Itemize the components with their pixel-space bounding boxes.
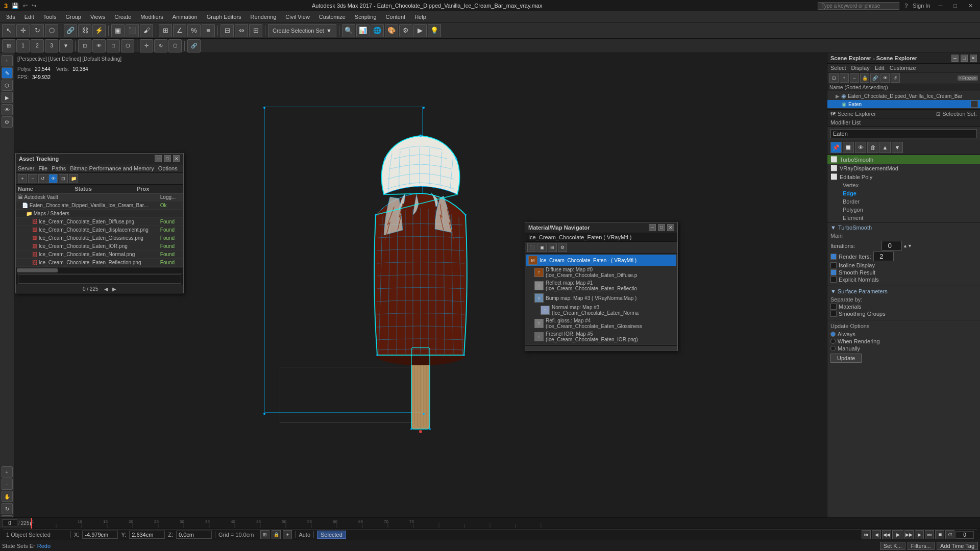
at-hscrollbar[interactable]: [16, 267, 183, 273]
hierarchy-tab[interactable]: ⬡: [2, 80, 13, 91]
view2-btn[interactable]: 2: [31, 39, 44, 53]
align-btn[interactable]: ⊟: [220, 24, 234, 37]
se-edit[interactable]: Edit: [875, 65, 885, 71]
select-by-name-btn[interactable]: 👁: [92, 39, 106, 53]
mod-move-down-btn[interactable]: ▼: [892, 142, 903, 153]
at-text-input[interactable]: [18, 274, 181, 284]
play-prev-frame-btn[interactable]: ◀◀: [882, 530, 891, 539]
mn-btn4[interactable]: ⚙: [558, 243, 567, 252]
scene-navigator-icon[interactable]: 🗺: [830, 111, 836, 117]
filters-btn[interactable]: Filters...: [908, 542, 935, 550]
se-lock-btn[interactable]: 🔒: [860, 73, 869, 83]
modifier-editable-poly[interactable]: ⬜ Editable Poly: [827, 172, 980, 181]
ts-isoline-cb[interactable]: [830, 262, 837, 268]
close-btn[interactable]: ✕: [965, 3, 976, 9]
mn-item-diffuse[interactable]: T Diffuse map: Map #0 (Ice_Cream_Chocola…: [526, 266, 676, 279]
se-link-btn[interactable]: 🔗: [870, 73, 879, 83]
mn-scroll-thumb[interactable]: [525, 346, 677, 350]
at-server[interactable]: Server: [18, 165, 34, 171]
at-view-btn[interactable]: 👁: [48, 174, 58, 183]
mn-item-main[interactable]: M Ice_Cream_Chocolate_Eaten - ( VRayMtl …: [526, 255, 676, 266]
maximize-btn[interactable]: □: [950, 3, 960, 9]
y-input[interactable]: [129, 531, 165, 539]
array-btn[interactable]: ⊞: [249, 24, 262, 37]
menu-help[interactable]: Help: [410, 13, 430, 21]
modify-tab[interactable]: ✎: [2, 67, 13, 79]
pan-btn[interactable]: ✋: [2, 491, 13, 502]
se-expand-btn[interactable]: +: [840, 73, 849, 83]
zoom-out-btn[interactable]: -: [2, 479, 13, 490]
menu-views[interactable]: Views: [86, 13, 109, 21]
ts-smooth-cb[interactable]: [830, 269, 837, 276]
mn-close[interactable]: ✕: [667, 224, 674, 231]
ep-polygon[interactable]: Polygon: [827, 206, 980, 214]
menu-create[interactable]: Create: [110, 13, 135, 21]
mirror-btn[interactable]: ⇔: [235, 24, 248, 37]
quick-access-redo[interactable]: ↪: [32, 3, 36, 9]
mn-scrollbar[interactable]: [525, 344, 677, 350]
add-time-tag-btn[interactable]: Add Time Tag: [937, 542, 978, 550]
ts-renderiter-cb[interactable]: [830, 254, 837, 260]
se-refresh-btn[interactable]: ↺: [891, 73, 900, 83]
at-file-row-0[interactable]: 🖼 Ice_Cream_Chocolate_Eaten_Diffuse.png …: [16, 218, 183, 226]
rotate-transform-btn[interactable]: ↻: [154, 39, 167, 53]
pct-snap[interactable]: %: [187, 24, 201, 37]
ts-collapse-icon[interactable]: ▼: [830, 224, 836, 231]
material-editor-btn[interactable]: 🎨: [385, 24, 398, 37]
add-key-icon[interactable]: +: [283, 530, 292, 539]
at-paths[interactable]: Paths: [52, 165, 66, 171]
sel-region-btn[interactable]: □: [107, 39, 120, 53]
hierarchy-btn[interactable]: 🔗: [187, 39, 201, 53]
bind-btn[interactable]: ⚡: [92, 24, 106, 37]
search-field[interactable]: Type a keyword or phrase: [818, 2, 899, 10]
frame-type-btn[interactable]: ⏹: [935, 530, 944, 539]
timeline-current-frame[interactable]: [2, 519, 17, 527]
play-next-frame-btn[interactable]: ▶▶: [904, 530, 914, 539]
uo-whenrender-radio[interactable]: [830, 339, 836, 344]
at-add-btn[interactable]: +: [18, 174, 27, 183]
timeline-ruler[interactable]: 1 10 15 20 25 30 35 40 45 50 55 60 65 70…: [31, 518, 980, 529]
frame-number-input[interactable]: [955, 531, 974, 539]
mn-btn2[interactable]: ▣: [537, 243, 547, 252]
se-display[interactable]: Display: [851, 65, 870, 71]
minimize-btn[interactable]: ─: [936, 3, 946, 9]
modifier-name-field[interactable]: [830, 129, 977, 138]
play-btn[interactable]: ▶: [892, 530, 903, 539]
scale-transform-btn[interactable]: ⬡: [168, 39, 182, 53]
help-btn[interactable]: ?: [904, 3, 908, 9]
menu-tools[interactable]: Tools: [39, 13, 61, 21]
set-key-btn[interactable]: Set K...: [880, 542, 905, 550]
snap-icon[interactable]: ⊞: [260, 530, 270, 539]
menu-edit[interactable]: Edit: [20, 13, 38, 21]
ep-element[interactable]: Element: [827, 214, 980, 222]
se-select[interactable]: Select: [830, 65, 846, 71]
play-next-btn[interactable]: ▶: [915, 530, 924, 539]
select-btn[interactable]: ↖: [2, 24, 15, 37]
x-input[interactable]: [82, 531, 118, 539]
spinner-snap[interactable]: ≡: [202, 24, 215, 37]
render-setup-btn[interactable]: ⚙: [399, 24, 412, 37]
mn-maximize[interactable]: □: [658, 224, 665, 231]
ts-renderiter-value[interactable]: [873, 252, 894, 261]
track-view-btn[interactable]: 📊: [356, 24, 370, 37]
se-customize[interactable]: Customize: [890, 65, 916, 71]
scene-explorer-maximize[interactable]: □: [961, 55, 968, 62]
select-region-btn[interactable]: ▣: [111, 24, 125, 37]
redo-label[interactable]: Redo: [37, 543, 51, 549]
paint-sel-btn[interactable]: 🖌: [140, 24, 153, 37]
mn-item-glossy[interactable]: T Refl. gloss.: Map #4 (Ice_Cream_Chocol…: [526, 317, 676, 330]
menu-civil-view[interactable]: Civil View: [281, 13, 313, 21]
snap-toggle[interactable]: ⊞: [159, 24, 172, 37]
mod-show-btn[interactable]: 👁: [855, 142, 866, 153]
at-file-row-4[interactable]: 🖼 Ice_Cream_Chocolate_Eaten_Normal.png F…: [16, 251, 183, 259]
scale-btn[interactable]: ⬡: [45, 24, 58, 37]
at-file-row-3[interactable]: 🖼 Ice_Cream_Chocolate_Eaten_IOR.png Foun…: [16, 242, 183, 251]
menu-rendering[interactable]: Rendering: [247, 13, 281, 21]
mn-item-normal[interactable]: T Normal map: Map #3 (Ice_Cream_Chocolat…: [526, 304, 676, 317]
angle-snap[interactable]: ∠: [173, 24, 186, 37]
at-file-row-1[interactable]: 🖼 Ice_Cream_Chocolate_Eaten_displacement…: [16, 226, 183, 234]
ts-explicit-cb[interactable]: [830, 277, 837, 283]
tree-item-eaten[interactable]: ◉ Eaten: [827, 100, 980, 108]
update-btn[interactable]: Update: [830, 354, 862, 363]
uo-manually-radio[interactable]: [830, 346, 836, 351]
